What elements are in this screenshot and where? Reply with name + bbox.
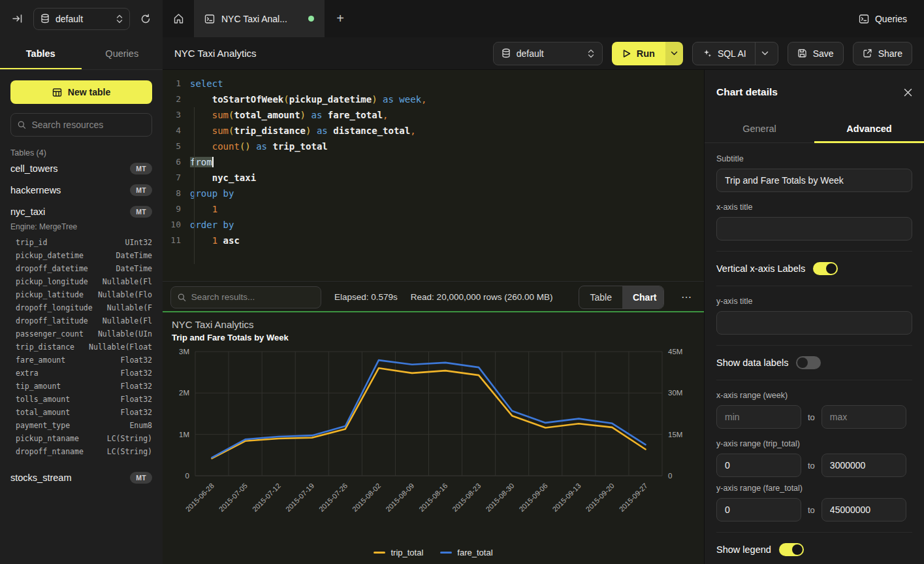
top-database-selector[interactable]: default bbox=[33, 8, 130, 30]
divider bbox=[716, 345, 912, 346]
more-options-button[interactable]: ⋯ bbox=[677, 291, 696, 303]
yaxis-range-trip-min-input[interactable] bbox=[716, 454, 801, 477]
arrow-to-bar-icon bbox=[12, 13, 23, 24]
legend-item-fare_total[interactable]: fare_total bbox=[440, 548, 492, 557]
column-type: LC(String) bbox=[107, 445, 152, 458]
tab-nyc-taxi-analytics[interactable]: NYC Taxi Anal... bbox=[194, 0, 325, 37]
column-type: Float32 bbox=[121, 380, 152, 393]
column-name: dropoff_datetime bbox=[16, 262, 88, 275]
share-button[interactable]: Share bbox=[853, 42, 912, 65]
tab-advanced[interactable]: Advanced bbox=[814, 114, 924, 142]
sidebar-search-input[interactable] bbox=[31, 120, 145, 130]
sql-console-app: default NYC Taxi Anal... + Queries bbox=[0, 0, 924, 564]
code-text: nyc_taxi bbox=[190, 170, 256, 186]
chart-details-panel: Chart details General Advanced Subtitle … bbox=[704, 70, 924, 564]
new-table-button[interactable]: New table bbox=[10, 80, 152, 104]
column-row: passenger_count Nullable(UIn bbox=[16, 327, 152, 340]
sql-editor[interactable]: 1select2 toStartOfWeek(pickup_datetime) … bbox=[163, 70, 704, 281]
sidebar-tab-tables[interactable]: Tables bbox=[0, 37, 82, 69]
queries-top-label: Queries bbox=[875, 14, 907, 24]
run-options-button[interactable] bbox=[665, 42, 683, 65]
indent-guide bbox=[194, 107, 195, 264]
toolbar-database-selector[interactable]: default bbox=[493, 42, 603, 65]
column-type: Float32 bbox=[121, 406, 152, 419]
refresh-button[interactable] bbox=[138, 11, 153, 27]
column-row: total_amount Float32 bbox=[16, 406, 152, 419]
column-type: LC(String) bbox=[107, 432, 152, 445]
column-name: pickup_ntaname bbox=[16, 432, 79, 445]
sql-ai-options-button[interactable] bbox=[755, 42, 769, 65]
sql-ai-button[interactable]: SQL AI bbox=[692, 42, 778, 65]
show-legend-toggle[interactable] bbox=[779, 543, 804, 556]
yaxis-range-fare-row: to bbox=[716, 498, 912, 522]
results-search[interactable] bbox=[170, 286, 321, 308]
yaxis-title-input[interactable] bbox=[716, 311, 912, 335]
subtitle-input[interactable] bbox=[716, 169, 912, 192]
sidebar-tab-queries[interactable]: Queries bbox=[82, 37, 163, 69]
xaxis-range-max-input[interactable] bbox=[821, 405, 906, 429]
new-tab-button[interactable]: + bbox=[325, 0, 356, 37]
column-name: dropoff_ntaname bbox=[16, 445, 84, 458]
table-row[interactable]: cell_towers MT bbox=[10, 158, 152, 179]
close-panel-button[interactable] bbox=[904, 88, 912, 97]
x-axis-tick: 2015-08-02 bbox=[351, 482, 382, 513]
y-axis-tick-right: 15M bbox=[668, 431, 682, 439]
chart-subtitle: Trip and Fare Totals by Week bbox=[172, 333, 695, 342]
terminal-icon bbox=[204, 14, 215, 24]
yaxis-range-fare-min-input[interactable] bbox=[716, 498, 801, 522]
sidebar-search[interactable] bbox=[10, 113, 152, 137]
sidebar: Tables Queries New table Tables (4) cell… bbox=[0, 37, 163, 564]
yaxis-range-fare-max-input[interactable] bbox=[821, 498, 906, 522]
column-row: trip_id UInt32 bbox=[16, 236, 152, 249]
collapse-sidebar-button[interactable] bbox=[9, 10, 25, 27]
chart-plot-area[interactable]: 3M45M2M30M1M15M002015-06-282015-07-05201… bbox=[163, 344, 704, 538]
yaxis-range-trip-label: y-axis range (trip_total) bbox=[716, 439, 912, 448]
table-row[interactable]: stocks_stream MT bbox=[10, 467, 152, 488]
sidebar-tabs: Tables Queries bbox=[0, 37, 163, 70]
xaxis-range-label: x-axis range (week) bbox=[716, 391, 912, 400]
save-button[interactable]: Save bbox=[788, 42, 844, 65]
x-axis-tick: 2015-08-30 bbox=[484, 482, 515, 513]
column-name: pickup_longitude bbox=[16, 275, 88, 288]
line-number: 6 bbox=[163, 154, 190, 170]
show-data-labels-toggle[interactable] bbox=[796, 356, 821, 369]
column-row: tolls_amount Float32 bbox=[16, 393, 152, 406]
y-axis-tick-left: 2M bbox=[179, 389, 189, 397]
results-search-input[interactable] bbox=[191, 292, 314, 302]
home-button[interactable] bbox=[163, 0, 194, 37]
top-bar: default NYC Taxi Anal... + Queries bbox=[0, 0, 924, 37]
columns-list: trip_id UInt32pickup_datetime DateTimedr… bbox=[10, 236, 152, 458]
share-label: Share bbox=[878, 48, 902, 59]
xaxis-range-min-input[interactable] bbox=[716, 405, 801, 429]
column-row: pickup_longitude Nullable(Fl bbox=[16, 275, 152, 288]
sparkles-icon bbox=[702, 48, 712, 58]
legend-label: trip_total bbox=[390, 548, 423, 557]
editor-column: 1select2 toStartOfWeek(pickup_datetime) … bbox=[163, 70, 704, 564]
xaxis-title-input[interactable] bbox=[716, 217, 912, 241]
y-axis-tick-left: 0 bbox=[185, 472, 189, 480]
unsaved-changes-dot bbox=[308, 16, 314, 22]
tables-list: cell_towers MThackernews MTnyc_taxi MTEn… bbox=[10, 158, 152, 488]
yaxis-range-trip-max-input[interactable] bbox=[821, 454, 906, 477]
y-axis-tick-right: 0 bbox=[668, 472, 672, 480]
table-row[interactable]: hackernews MT bbox=[10, 179, 152, 201]
run-button[interactable]: Run bbox=[612, 42, 665, 65]
vertical-xaxis-labels-toggle[interactable] bbox=[813, 262, 838, 275]
queries-top-button[interactable]: Queries bbox=[859, 0, 907, 37]
code-text: select bbox=[190, 76, 223, 91]
tab-general[interactable]: General bbox=[705, 114, 814, 142]
column-type: Nullable(Float bbox=[89, 340, 152, 354]
line-number: 5 bbox=[163, 139, 190, 154]
save-icon bbox=[797, 48, 807, 58]
engine-badge: MT bbox=[130, 206, 152, 218]
table-row[interactable]: nyc_taxi MT bbox=[10, 201, 152, 222]
show-data-labels-row: Show data labels bbox=[716, 356, 912, 369]
view-toggle-table[interactable]: Table bbox=[579, 286, 622, 308]
table-name: cell_towers bbox=[10, 163, 58, 174]
legend-item-trip_total[interactable]: trip_total bbox=[374, 548, 423, 557]
column-row: fare_amount Float32 bbox=[16, 354, 152, 367]
x-axis-tick: 2015-07-26 bbox=[317, 482, 349, 513]
line-number: 8 bbox=[163, 186, 190, 201]
view-toggle-chart[interactable]: Chart bbox=[622, 286, 664, 308]
chart-details-title: Chart details bbox=[716, 86, 778, 98]
